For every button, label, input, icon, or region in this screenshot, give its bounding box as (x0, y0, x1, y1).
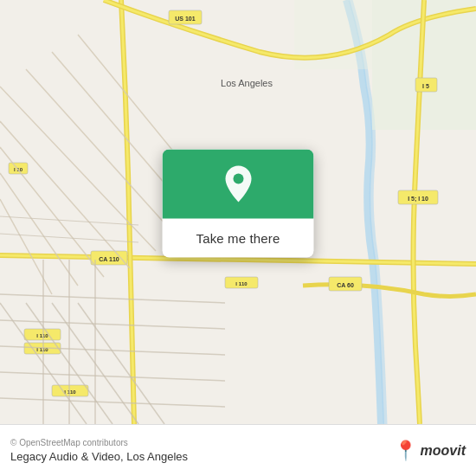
popup-button-area: Take me there (163, 219, 314, 258)
svg-text:Los Angeles: Los Angeles (221, 78, 273, 88)
svg-text:CA 60: CA 60 (337, 282, 354, 288)
moovit-logo: 📍 moovit (394, 440, 466, 462)
svg-text:CA 110: CA 110 (99, 256, 119, 262)
popup-header (163, 150, 314, 219)
svg-text:I 110: I 110 (235, 281, 248, 286)
location-pin-icon (222, 164, 254, 204)
svg-text:I 5; I 10: I 5; I 10 (408, 196, 428, 203)
bottom-bar: © OpenStreetMap contributors Legacy Audi… (0, 424, 476, 476)
popup-card: Take me there (163, 150, 314, 258)
map-view: CA 110 US 101 I 5 I 5; I 10 CA 60 I 110 … (0, 0, 476, 424)
svg-text:I 110: I 110 (64, 389, 76, 395)
moovit-pin-icon: 📍 (394, 440, 417, 462)
svg-point-49 (233, 174, 243, 184)
svg-text:US 101: US 101 (175, 16, 195, 22)
svg-text:I 5: I 5 (422, 83, 429, 89)
moovit-brand-text: moovit (421, 443, 466, 459)
take-me-there-button[interactable]: Take me there (196, 228, 280, 249)
